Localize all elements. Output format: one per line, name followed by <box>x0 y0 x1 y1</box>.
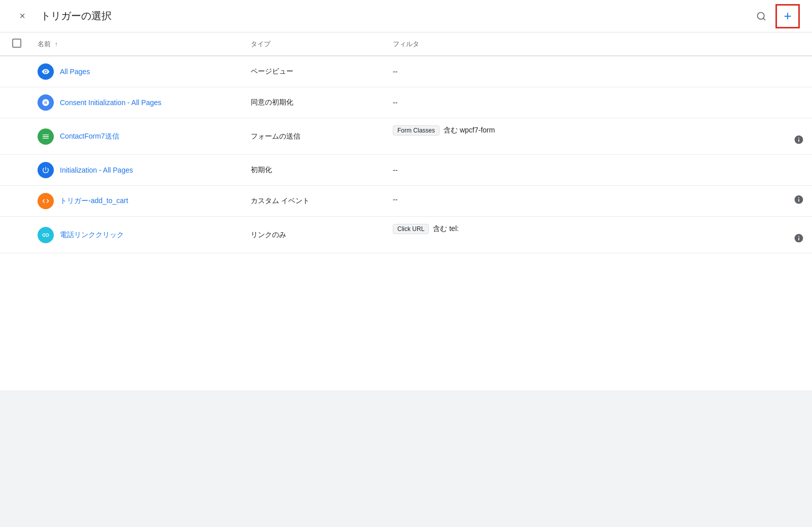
table-row[interactable]: トリガー-add_to_cartカスタム イベント-- <box>0 186 812 217</box>
modal-container: × トリガーの選択 + 名前 ↑ <box>0 0 812 527</box>
trigger-name-group: All Pages <box>38 63 234 80</box>
filter-value: 含む tel: <box>433 224 459 234</box>
filter-value: 含む wpcf7-form <box>444 126 495 135</box>
row-filter-cell: -- <box>385 155 812 186</box>
col-type: タイプ <box>243 32 385 56</box>
row-filter-cell: -- <box>385 186 812 217</box>
info-icon[interactable] <box>794 233 804 246</box>
table-header-row: 名前 ↑ タイプ フィルタ <box>0 32 812 56</box>
row-type-cell: 初期化 <box>243 155 385 186</box>
search-button[interactable] <box>751 6 771 26</box>
filter-badge: Click URL <box>393 224 429 234</box>
row-filter-cell: -- <box>385 56 812 87</box>
trigger-name-label: Initialization - All Pages <box>60 166 133 174</box>
col-filter: フィルタ <box>385 32 812 56</box>
trigger-name-label: ContactForm7送信 <box>60 132 119 141</box>
trigger-icon <box>38 193 54 209</box>
table-row[interactable]: Initialization - All Pages初期化-- <box>0 155 812 186</box>
trigger-name-group: Initialization - All Pages <box>38 162 234 178</box>
trigger-name-label: Consent Initialization - All Pages <box>60 98 161 107</box>
trigger-icon <box>38 63 54 80</box>
modal-title: トリガーの選択 <box>41 9 751 23</box>
row-type-cell: カスタム イベント <box>243 186 385 217</box>
add-trigger-button[interactable]: + <box>775 4 800 28</box>
row-checkbox-cell <box>0 87 29 118</box>
row-name-cell: トリガー-add_to_cart <box>29 186 243 217</box>
trigger-icon <box>38 162 54 178</box>
row-filter-cell: Click URL含む tel: <box>385 217 812 253</box>
row-type-cell: ページビュー <box>243 56 385 87</box>
filter-dash: -- <box>393 166 397 174</box>
header-actions: + <box>751 4 800 28</box>
close-button[interactable]: × <box>12 6 32 26</box>
row-type-cell: フォームの送信 <box>243 118 385 155</box>
filter-group: Form Classes含む wpcf7-form <box>393 125 804 136</box>
trigger-name-label: 電話リンククリック <box>60 230 124 240</box>
row-type-cell: 同意の初期化 <box>243 87 385 118</box>
trigger-name-group: Consent Initialization - All Pages <box>38 94 234 111</box>
trigger-name-group: ContactForm7送信 <box>38 128 234 145</box>
row-checkbox-cell <box>0 155 29 186</box>
modal-header: × トリガーの選択 + <box>0 0 812 32</box>
row-name-cell: All Pages <box>29 56 243 87</box>
col-checkbox <box>0 32 29 56</box>
sort-arrow-icon: ↑ <box>55 41 58 48</box>
trigger-icon <box>38 128 54 145</box>
trigger-icon <box>38 94 54 111</box>
col-name[interactable]: 名前 ↑ <box>29 32 243 56</box>
trigger-name-label: All Pages <box>60 68 90 76</box>
filter-dash: -- <box>393 68 397 76</box>
row-checkbox-cell <box>0 56 29 87</box>
row-filter-cell: Form Classes含む wpcf7-form <box>385 118 812 155</box>
trigger-name-group: トリガー-add_to_cart <box>38 193 234 209</box>
triggers-table-body: All Pagesページビュー--Consent Initialization … <box>0 56 812 253</box>
filter-group: Click URL含む tel: <box>393 224 804 234</box>
empty-area <box>0 390 812 528</box>
row-name-cell: Consent Initialization - All Pages <box>29 87 243 118</box>
table-row[interactable]: 電話リンククリックリンクのみClick URL含む tel: <box>0 217 812 253</box>
info-icon[interactable] <box>794 135 804 147</box>
row-checkbox-cell <box>0 217 29 253</box>
trigger-name-label: トリガー-add_to_cart <box>60 196 128 206</box>
table-row[interactable]: All Pagesページビュー-- <box>0 56 812 87</box>
row-type-cell: リンクのみ <box>243 217 385 253</box>
triggers-table-container: 名前 ↑ タイプ フィルタ All Pagesページビュー--Consent I… <box>0 32 812 390</box>
triggers-table: 名前 ↑ タイプ フィルタ All Pagesページビュー--Consent I… <box>0 32 812 253</box>
row-name-cell: Initialization - All Pages <box>29 155 243 186</box>
row-checkbox-cell <box>0 186 29 217</box>
filter-badge: Form Classes <box>393 125 439 136</box>
filter-dash: -- <box>393 98 397 107</box>
trigger-icon <box>38 227 54 243</box>
row-filter-cell: -- <box>385 87 812 118</box>
row-name-cell: ContactForm7送信 <box>29 118 243 155</box>
select-all-checkbox[interactable] <box>12 39 21 48</box>
row-checkbox-cell <box>0 118 29 155</box>
table-row[interactable]: Consent Initialization - All Pages同意の初期化… <box>0 87 812 118</box>
search-icon <box>756 11 766 21</box>
table-row[interactable]: ContactForm7送信フォームの送信Form Classes含む wpcf… <box>0 118 812 155</box>
trigger-name-group: 電話リンククリック <box>38 227 234 243</box>
svg-line-1 <box>763 18 765 20</box>
info-icon[interactable] <box>794 194 804 207</box>
row-name-cell: 電話リンククリック <box>29 217 243 253</box>
filter-dash: -- <box>393 195 397 204</box>
